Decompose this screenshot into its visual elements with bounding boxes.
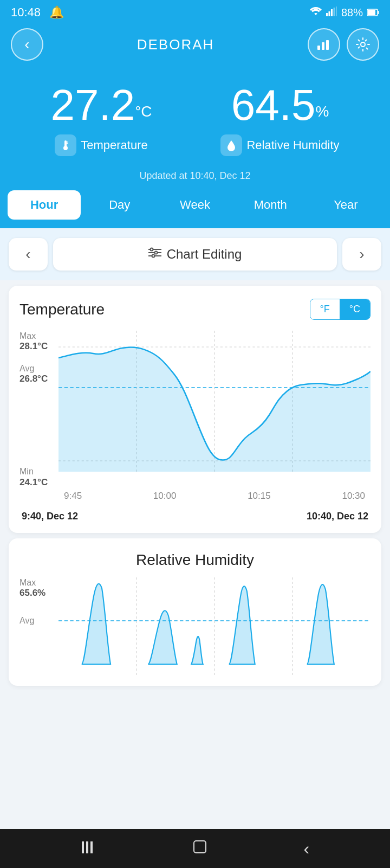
svg-rect-2	[331, 9, 333, 16]
x-label-0: 9:45	[64, 491, 82, 501]
temperature-icon-box	[55, 134, 76, 156]
x-label-2: 10:15	[248, 491, 271, 501]
humidity-left-labels: Max 65.6% Avg	[20, 577, 58, 675]
chart-dates: 9:40, Dec 12 10:40, Dec 12	[20, 511, 370, 522]
chart-editing-bar: ‹ Chart Editing ›	[0, 228, 390, 280]
temperature-unit: °C	[135, 103, 152, 120]
chart-x-labels: 9:45 10:00 10:15 10:30	[58, 488, 370, 504]
time-tabs: Hour Day Week Month Year	[0, 190, 390, 228]
svg-rect-33	[86, 841, 88, 853]
svg-point-20	[154, 252, 157, 254]
tab-month[interactable]: Month	[234, 190, 307, 220]
humidity-value: 64.5%	[220, 80, 339, 130]
wifi-icon	[310, 7, 322, 19]
settings-button[interactable]	[347, 28, 379, 61]
humidity-avg-label: Avg	[20, 615, 55, 626]
tab-hour[interactable]: Hour	[8, 190, 81, 220]
humidity-unit: %	[315, 103, 329, 120]
humidity-chart-title: Relative Humidity	[20, 551, 370, 569]
tab-day[interactable]: Day	[83, 190, 156, 220]
svg-rect-9	[322, 42, 324, 50]
temperature-label-row: Temperature	[50, 134, 152, 156]
temperature-value: 27.2°C	[50, 80, 152, 130]
svg-rect-35	[194, 841, 206, 853]
avg-label: Avg 26.8°C	[20, 363, 54, 385]
temperature-metric: 27.2°C Temperature	[50, 80, 152, 156]
prev-icon: ‹	[25, 246, 30, 263]
nav-back-button[interactable]: ‹	[303, 840, 309, 857]
svg-rect-8	[317, 46, 320, 50]
nav-menu-button[interactable]	[81, 840, 96, 857]
humidity-metric: 64.5% Relative Humidity	[220, 80, 339, 156]
date-end: 10:40, Dec 12	[307, 511, 368, 522]
humidity-icon-box	[220, 134, 242, 156]
header: ‹ DEBORAH	[0, 23, 390, 69]
humidity-chart-area: Max 65.6% Avg	[20, 577, 370, 675]
status-bar: 10:48 🔔 88%	[0, 0, 390, 23]
back-icon: ‹	[24, 36, 29, 53]
temperature-chart-card: Temperature °F °C Max 28.1°C Avg 26.8°C …	[9, 286, 381, 533]
chart-button[interactable]	[308, 28, 340, 61]
header-actions	[308, 28, 379, 61]
humidity-label: Relative Humidity	[246, 138, 339, 152]
x-label-3: 10:30	[342, 491, 365, 501]
svg-point-21	[152, 255, 154, 258]
svg-point-11	[361, 42, 365, 47]
celsius-button[interactable]: °C	[340, 299, 370, 319]
bell-icon: 🔔	[49, 5, 64, 19]
svg-rect-10	[326, 40, 329, 50]
header-title: DEBORAH	[137, 36, 214, 53]
svg-rect-7	[378, 11, 379, 14]
unit-toggle: °F °C	[310, 299, 370, 320]
chart-editing-label: Chart Editing	[167, 247, 242, 262]
x-label-1: 10:00	[153, 491, 177, 501]
temperature-chart-area: Max 28.1°C Avg 26.8°C Min 24.1°C	[20, 331, 370, 504]
signal-icon	[326, 7, 337, 19]
chart-editing-button[interactable]: Chart Editing	[53, 238, 337, 271]
updated-text: Updated at 10:40, Dec 12	[0, 167, 390, 190]
svg-point-13	[63, 146, 68, 150]
tab-week[interactable]: Week	[158, 190, 231, 220]
next-icon: ›	[359, 246, 364, 263]
chart-title: Temperature	[20, 301, 105, 318]
chart-next-button[interactable]: ›	[342, 238, 381, 271]
svg-rect-6	[368, 10, 375, 15]
svg-rect-3	[333, 8, 335, 16]
humidity-chart-card: Relative Humidity Max 65.6% Avg	[9, 538, 381, 686]
back-button[interactable]: ‹	[11, 28, 43, 61]
svg-rect-32	[82, 841, 84, 853]
svg-point-19	[150, 248, 153, 251]
chart-svg-area	[58, 331, 370, 488]
sliders-icon	[148, 247, 161, 261]
chart-left-labels: Max 28.1°C Avg 26.8°C Min 24.1°C	[20, 331, 58, 488]
svg-rect-34	[90, 841, 93, 853]
chart-prev-button[interactable]: ‹	[9, 238, 48, 271]
chart-header: Temperature °F °C	[20, 299, 370, 320]
battery-percent: 88%	[341, 7, 363, 19]
humidity-chart-svg	[58, 577, 370, 675]
nav-home-button[interactable]	[192, 839, 207, 858]
status-time: 10:48	[11, 5, 41, 19]
metrics-section: 27.2°C Temperature 64.5% Re	[0, 69, 390, 167]
date-start: 9:40, Dec 12	[22, 511, 78, 522]
svg-rect-1	[328, 11, 330, 16]
svg-rect-4	[336, 7, 337, 16]
svg-rect-0	[326, 13, 328, 16]
status-right: 88%	[310, 7, 379, 19]
battery-icon	[367, 7, 379, 19]
humidity-label-row: Relative Humidity	[220, 134, 339, 156]
humidity-max-label: Max 65.6%	[20, 577, 55, 599]
bottom-nav: ‹	[0, 829, 390, 868]
temperature-label: Temperature	[81, 138, 148, 152]
min-label: Min 24.1°C	[20, 466, 54, 488]
fahrenheit-button[interactable]: °F	[310, 299, 340, 319]
status-time-area: 10:48 🔔	[11, 5, 64, 20]
max-label: Max 28.1°C	[20, 331, 54, 352]
tab-year[interactable]: Year	[309, 190, 382, 220]
